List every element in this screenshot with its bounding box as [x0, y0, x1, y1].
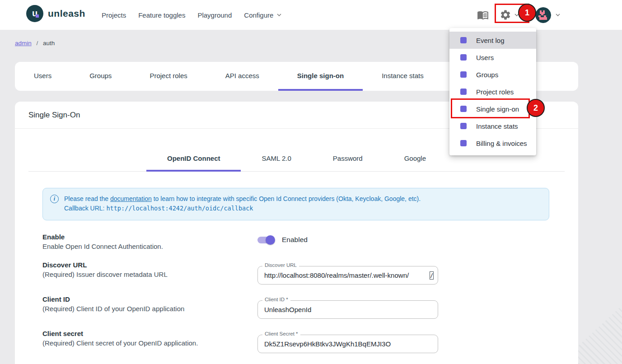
user-avatar[interactable]	[535, 7, 551, 23]
discover-url-input[interactable]	[257, 266, 438, 285]
tab-password[interactable]: Password	[312, 145, 383, 172]
client-secret-field-wrap: Client Secret *	[257, 335, 438, 353]
client-id-field-label: Client ID *	[262, 297, 290, 302]
client-secret-row: Client secret (Required) Client secret o…	[42, 330, 578, 353]
menu-square-icon	[460, 123, 467, 129]
settings-gear-icon[interactable]	[500, 9, 511, 21]
info-icon: i	[50, 195, 59, 203]
client-id-field-wrap: Client ID *	[257, 300, 438, 319]
enable-description: Enable Open Id Connect Authentication.	[42, 243, 257, 250]
client-secret-description: (Required) Client secret of your OpenID …	[42, 339, 257, 347]
chevron-down-icon	[513, 11, 520, 19]
menu-item-event-log[interactable]: Event log	[449, 32, 536, 49]
discover-url-field-wrap: Discover URL /	[257, 266, 438, 285]
client-secret-input[interactable]	[257, 335, 438, 353]
oidc-form: Enable Enable Open Id Connect Authentica…	[15, 220, 578, 364]
menu-square-icon	[460, 71, 467, 78]
documentation-link[interactable]: documentation	[110, 195, 152, 202]
menu-item-groups[interactable]: Groups	[449, 66, 536, 83]
unleash-logo[interactable]: u unleash	[26, 5, 85, 22]
settings-button-group	[500, 0, 520, 30]
tab-openid-connect[interactable]: OpenID Connect	[146, 145, 241, 172]
profile-button-group	[535, 0, 561, 30]
menu-item-single-sign-on[interactable]: Single sign-on	[449, 100, 536, 117]
discover-url-label: Discover URL	[42, 261, 257, 269]
menu-square-icon	[460, 54, 467, 61]
nav-configure[interactable]: Configure	[244, 11, 283, 19]
main-nav: Projects Feature toggles Playground Conf…	[102, 0, 283, 30]
discover-url-description: (Required) Issuer discover metadata URL	[42, 271, 257, 278]
menu-item-instance-stats[interactable]: Instance stats	[449, 117, 536, 135]
menu-square-icon	[460, 140, 467, 146]
chevron-down-icon	[276, 11, 283, 19]
unleash-logo-icon: u	[26, 5, 43, 22]
breadcrumb: admin / auth	[15, 40, 55, 47]
client-id-label: Client ID	[42, 295, 257, 303]
callback-url-value: http://localhost:4242/auth/oidc/callback	[106, 205, 253, 212]
callback-url-label: Callback URL:	[64, 205, 104, 212]
nav-feature-toggles[interactable]: Feature toggles	[138, 11, 185, 19]
top-navbar: u unleash Projects Feature toggles Playg…	[0, 0, 622, 30]
enable-label: Enable	[42, 233, 257, 241]
tab-api-access[interactable]: API access	[206, 62, 278, 91]
page-title: Single Sign-On	[28, 111, 80, 120]
menu-square-icon	[460, 37, 467, 43]
breadcrumb-admin-link[interactable]: admin	[15, 40, 32, 47]
menu-item-project-roles[interactable]: Project roles	[449, 83, 536, 100]
menu-square-icon	[460, 106, 467, 112]
client-id-description: (Required) Client ID of your OpenID appl…	[42, 305, 257, 313]
menu-item-billing-invoices[interactable]: Billing & invoices	[449, 135, 536, 152]
discover-url-field-label: Discover URL	[262, 262, 299, 268]
client-id-input[interactable]	[257, 300, 438, 319]
client-id-row: Client ID (Required) Client ID of your O…	[42, 295, 578, 319]
client-secret-label: Client secret	[42, 330, 257, 337]
enable-row: Enable Enable Open Id Connect Authentica…	[42, 233, 578, 250]
tab-groups[interactable]: Groups	[70, 62, 131, 91]
nav-playground[interactable]: Playground	[197, 11, 232, 19]
breadcrumb-separator: /	[37, 40, 38, 47]
menu-square-icon	[460, 89, 467, 95]
enable-toggle[interactable]	[257, 237, 274, 243]
documentation-book-icon[interactable]	[477, 9, 489, 21]
settings-dropdown-menu: Event log Users Groups Project roles Sin…	[449, 28, 536, 155]
menu-item-users[interactable]: Users	[449, 49, 536, 66]
nav-projects[interactable]: Projects	[102, 11, 126, 19]
docs-button-wrap	[477, 0, 489, 30]
discover-url-row: Discover URL (Required) Issuer discover …	[42, 261, 578, 285]
info-alert: i Please read the documentation to learn…	[42, 188, 549, 220]
chevron-down-icon	[554, 11, 561, 19]
tab-saml[interactable]: SAML 2.0	[241, 145, 312, 172]
tab-users[interactable]: Users	[15, 62, 70, 91]
tab-project-roles[interactable]: Project roles	[131, 62, 206, 91]
client-secret-field-label: Client Secret *	[262, 331, 300, 336]
text-caret: /	[430, 271, 434, 280]
breadcrumb-current: auth	[43, 40, 55, 47]
info-alert-text: Please read the documentation to learn h…	[64, 194, 421, 213]
tab-single-sign-on[interactable]: Single sign-on	[278, 62, 363, 91]
tab-instance-stats[interactable]: Instance stats	[363, 62, 443, 91]
logo-text: unleash	[48, 8, 85, 19]
tab-google[interactable]: Google	[383, 145, 447, 172]
enable-toggle-label: Enabled	[282, 236, 308, 244]
